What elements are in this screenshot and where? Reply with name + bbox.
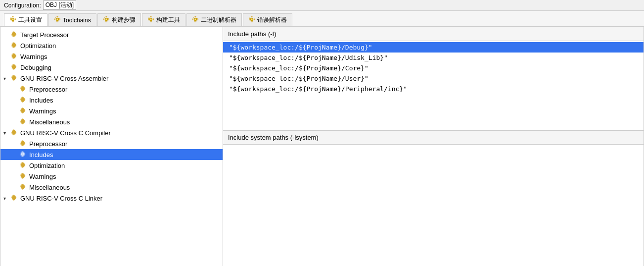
tree-item-label: Warnings: [29, 107, 56, 115]
tree-item-miscellaneous-c[interactable]: Miscellaneous: [0, 182, 223, 193]
gear-icon: [10, 74, 18, 82]
tab-icon: [103, 16, 110, 24]
tree-item-label: Warnings: [29, 173, 56, 180]
include-system-content: [223, 145, 644, 266]
tree-item-warnings-c[interactable]: Warnings: [0, 171, 223, 182]
tree-item-gnu-risc-c-compiler[interactable]: ▾ GNU RISC-V Cross C Compiler: [0, 127, 223, 138]
include-path-item[interactable]: "${workspace_loc:/${ProjName}/Core}": [223, 63, 644, 73]
tab-icon: [54, 16, 61, 24]
tab-label: Toolchains: [63, 17, 91, 24]
tab-tool-settings[interactable]: 工具设置: [4, 13, 47, 26]
config-label: Configuration:: [4, 2, 41, 9]
gear-icon: [10, 63, 18, 71]
svg-point-5: [56, 18, 58, 20]
include-path-item[interactable]: "${workspace_loc:/${ProjName}/Peripheral…: [223, 84, 644, 94]
tree-item-includes-asm[interactable]: Includes: [0, 95, 223, 106]
gear-icon: [19, 140, 27, 148]
tree-item-preprocessor-c[interactable]: Preprocessor: [0, 138, 223, 149]
tree-item-includes-c[interactable]: Includes: [0, 149, 223, 160]
include-paths-list: "${workspace_loc:/${ProjName}/Debug}""${…: [223, 41, 644, 130]
tree-arrow: ▾: [3, 196, 9, 201]
tree-arrow: ▾: [3, 76, 9, 81]
tree-item-label: GNU RISC-V Cross Assembler: [20, 75, 108, 82]
tree-arrow: ▾: [3, 130, 9, 136]
gear-icon: [19, 172, 27, 180]
tab-label: 构建工具: [156, 16, 180, 24]
svg-point-11: [150, 18, 152, 20]
tree-item-label: GNU RISC-V Cross C Linker: [20, 195, 102, 202]
tab-toolchains[interactable]: Toolchains: [48, 13, 96, 26]
tree-item-target-processor[interactable]: Target Processor: [0, 29, 223, 40]
tree-item-optimization-c[interactable]: Optimization: [0, 160, 223, 171]
tab-label: 工具设置: [18, 16, 42, 24]
tree-item-warnings-asm[interactable]: Warnings: [0, 106, 223, 116]
tree-item-debugging[interactable]: Debugging: [0, 62, 223, 73]
tree-item-warnings[interactable]: Warnings: [0, 51, 223, 62]
tab-icon: [192, 16, 199, 24]
tree-item-label: Preprocessor: [29, 86, 67, 93]
gear-icon: [10, 42, 18, 50]
tab-icon: [9, 16, 16, 24]
gear-icon: [19, 151, 27, 159]
gear-icon: [10, 31, 18, 39]
tab-icon: [248, 16, 255, 24]
tab-build-tools[interactable]: 构建工具: [142, 13, 185, 26]
tree-item-label: Warnings: [20, 53, 47, 60]
tree-item-gnu-risc-c-linker[interactable]: ▾ GNU RISC-V Cross C Linker: [0, 193, 223, 204]
tree-item-label: Debugging: [20, 64, 51, 71]
tab-label: 二进制解析器: [201, 16, 236, 24]
tab-binary-parser[interactable]: 二进制解析器: [186, 13, 242, 26]
tree-item-label: Optimization: [29, 162, 65, 169]
svg-point-17: [251, 18, 253, 20]
tab-build-steps[interactable]: 构建步骤: [97, 13, 141, 26]
gear-icon: [19, 183, 27, 191]
svg-point-8: [105, 18, 107, 20]
tree-item-label: Optimization: [20, 42, 56, 50]
include-path-item[interactable]: "${workspace_loc:/${ProjName}/User}": [223, 73, 644, 84]
tree-item-label: Includes: [29, 151, 53, 159]
gear-icon: [19, 96, 27, 104]
tree-item-label: Preprocessor: [29, 140, 67, 148]
svg-point-14: [194, 18, 196, 20]
svg-point-2: [12, 18, 14, 20]
tree-item-preprocessor-asm[interactable]: Preprocessor: [0, 84, 223, 95]
tree-panel: Target Processor Optimization Warnings D…: [0, 27, 223, 266]
tree-item-optimization[interactable]: Optimization: [0, 40, 223, 51]
include-path-item[interactable]: "${workspace_loc:/${ProjName}/Udisk_Lib}…: [223, 53, 644, 63]
tree-item-label: Target Processor: [20, 31, 69, 39]
tree-item-label: Miscellaneous: [29, 118, 70, 126]
gear-icon: [19, 107, 27, 115]
tree-item-label: Includes: [29, 97, 53, 104]
gear-icon: [19, 118, 27, 126]
tree-item-miscellaneous-asm[interactable]: Miscellaneous: [0, 116, 223, 127]
gear-icon: [10, 194, 18, 202]
tab-label: 错误解析器: [257, 16, 287, 24]
gear-icon: [19, 161, 27, 169]
tree-item-label: Miscellaneous: [29, 184, 70, 191]
include-paths-header: Include paths (-I): [223, 27, 644, 41]
main-content: Target Processor Optimization Warnings D…: [0, 27, 644, 266]
tab-label: 构建步骤: [112, 16, 136, 24]
include-path-item[interactable]: "${workspace_loc:/${ProjName}/Debug}": [223, 42, 644, 53]
tab-error-parser[interactable]: 错误解析器: [243, 13, 292, 26]
right-panel: Include paths (-I) "${workspace_loc:/${P…: [223, 27, 644, 266]
gear-icon: [10, 129, 18, 137]
include-system-section: Include system paths (-isystem): [223, 131, 644, 266]
tab-bar: 工具设置 Toolchains 构建步骤 构建工具: [0, 11, 644, 27]
tab-icon: [147, 16, 154, 24]
config-value: OBJ [活动]: [43, 0, 76, 10]
include-system-header: Include system paths (-isystem): [223, 131, 644, 145]
tree-item-gnu-risc-assembler[interactable]: ▾ GNU RISC-V Cross Assembler: [0, 73, 223, 84]
gear-icon: [10, 53, 18, 60]
gear-icon: [19, 85, 27, 93]
tree-item-label: GNU RISC-V Cross C Compiler: [20, 129, 111, 137]
